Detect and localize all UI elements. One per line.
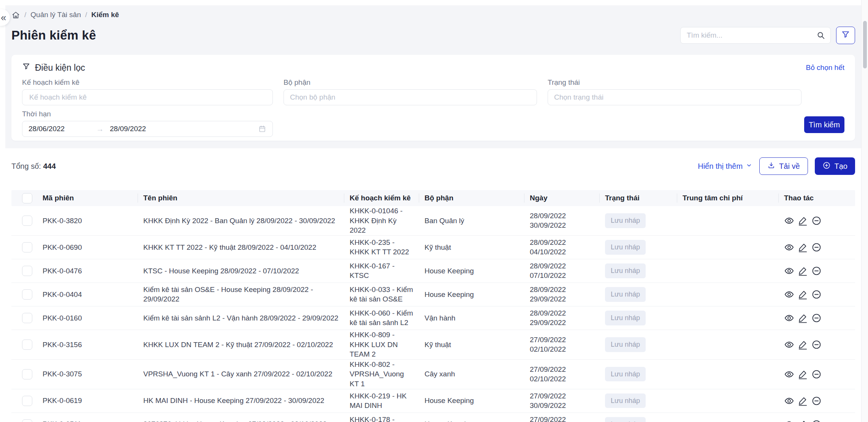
col-actions: Thao tác: [784, 190, 855, 206]
status-select[interactable]: Chọn trạng thái: [548, 89, 801, 105]
filter-toggle-button[interactable]: [836, 27, 855, 44]
view-icon[interactable]: [784, 369, 794, 379]
remove-icon[interactable]: [811, 242, 822, 252]
remove-icon[interactable]: [811, 369, 822, 379]
table-row: PKK-0-3820 KHKK Định Kỳ 2022 - Ban Quản …: [11, 206, 855, 236]
row-checkbox[interactable]: [22, 313, 32, 323]
global-search-box: [680, 27, 831, 44]
cell-actions: [784, 396, 855, 406]
cell-actions: [784, 289, 855, 300]
remove-icon[interactable]: [811, 340, 822, 350]
filter-field-status: Trạng thái Chọn trạng thái: [548, 78, 801, 105]
row-checkbox[interactable]: [22, 289, 32, 300]
view-icon[interactable]: [784, 340, 794, 350]
search-icon[interactable]: [816, 31, 825, 41]
remove-icon[interactable]: [811, 289, 822, 300]
plan-label: Kế hoạch kiểm kê: [22, 78, 273, 87]
row-checkbox[interactable]: [22, 216, 32, 226]
show-more-link[interactable]: Hiển thị thêm: [698, 162, 752, 171]
date-range-picker[interactable]: 28/06/2022 → 28/09/2022: [22, 121, 273, 137]
collapsed-sidebar: [0, 0, 5, 422]
cell-department: Kỹ thuật: [424, 243, 530, 252]
cell-session-name: HK MAI DINH - House Keeping 27/09/2022 -…: [143, 396, 350, 406]
remove-icon[interactable]: [811, 396, 822, 406]
filter-field-department: Bộ phận Chọn bộ phận: [284, 78, 537, 105]
department-label: Bộ phận: [284, 78, 537, 87]
edit-icon[interactable]: [798, 313, 808, 323]
remove-icon[interactable]: [811, 419, 822, 422]
page: « / Quản lý Tài sản / Kiểm kê Phiên kiểm…: [0, 0, 868, 422]
scrollbar-thumb[interactable]: [863, 21, 867, 68]
remove-icon[interactable]: [811, 313, 822, 323]
funnel-icon: [841, 30, 850, 41]
cell-date: 27/09/2022 02/10/2022: [530, 365, 605, 384]
cell-department: Kỹ thuật: [424, 340, 530, 350]
edit-icon[interactable]: [798, 266, 808, 276]
view-icon[interactable]: [784, 289, 794, 300]
filter-panel-title: Điều kiện lọc: [22, 62, 85, 73]
row-checkbox[interactable]: [22, 396, 32, 406]
filter-search-button[interactable]: Tìm kiếm: [804, 116, 844, 133]
view-icon[interactable]: [784, 242, 794, 252]
table-body: PKK-0-3820 KHKK Định Kỳ 2022 - Ban Quản …: [11, 206, 855, 422]
cell-session-name: 3676876_khkk - House Keeping 27/09/2022 …: [143, 419, 350, 422]
department-select[interactable]: Chọn bộ phận: [284, 89, 537, 105]
row-checkbox[interactable]: [22, 242, 32, 252]
remove-icon[interactable]: [811, 266, 822, 276]
edit-icon[interactable]: [798, 289, 808, 300]
col-status: Trạng thái: [605, 190, 683, 206]
total-count-value: 444: [43, 162, 55, 170]
clear-all-link[interactable]: Bỏ chọn hết: [806, 63, 844, 72]
search-input[interactable]: [680, 27, 831, 44]
home-icon[interactable]: [11, 11, 20, 19]
remove-icon[interactable]: [811, 216, 822, 226]
download-button[interactable]: Tải về: [759, 157, 808, 175]
vertical-scrollbar[interactable]: [861, 0, 868, 422]
breadcrumb-separator: /: [85, 11, 87, 19]
row-checkbox[interactable]: [22, 340, 32, 350]
page-title: Phiên kiểm kê: [11, 28, 96, 43]
edit-icon[interactable]: [798, 419, 808, 422]
sessions-table: Mã phiên Tên phiên Kế hoạch kiểm kê Bộ p…: [11, 190, 855, 422]
period-label: Thời hạn: [22, 110, 273, 118]
cell-department: Vận hành: [424, 313, 530, 323]
cell-actions: [784, 216, 855, 226]
date-to-value[interactable]: 28/09/2022: [110, 125, 146, 133]
table-row: PKK-0-3156 KHKK LUX DN TEAM 2 - Kỹ thuật…: [11, 330, 855, 360]
date-from-value[interactable]: 28/06/2022: [29, 125, 96, 133]
breadcrumb-item-asset-management[interactable]: Quản lý Tài sản: [30, 11, 81, 19]
main-content: / Quản lý Tài sản / Kiểm kê Phiên kiểm k…: [5, 5, 861, 422]
row-checkbox[interactable]: [22, 419, 32, 422]
edit-icon[interactable]: [798, 216, 808, 226]
view-icon[interactable]: [784, 396, 794, 406]
edit-icon[interactable]: [798, 242, 808, 252]
row-checkbox[interactable]: [22, 369, 32, 379]
view-icon[interactable]: [784, 266, 794, 276]
create-button[interactable]: Tạo: [815, 157, 855, 175]
table-row: PKK-0-0476 KTSC - House Keeping 28/09/20…: [11, 259, 855, 283]
cell-department: Cây xanh: [424, 369, 530, 379]
edit-icon[interactable]: [798, 369, 808, 379]
plan-input[interactable]: [29, 93, 266, 102]
edit-icon[interactable]: [798, 396, 808, 406]
view-icon[interactable]: [784, 419, 794, 422]
view-icon[interactable]: [784, 216, 794, 226]
cell-plan: KHKK-0-033 - Kiểm kê tài sản OS&E: [350, 285, 424, 304]
view-icon[interactable]: [784, 313, 794, 323]
cell-plan: KHKK-0-178 - 3676876_khkk: [350, 415, 424, 422]
edit-icon[interactable]: [798, 340, 808, 350]
status-badge: Lưu nháp: [605, 287, 646, 301]
row-checkbox[interactable]: [22, 266, 32, 276]
table-row: PKK-0-0619 HK MAI DINH - House Keeping 2…: [11, 389, 855, 413]
select-all-checkbox[interactable]: [22, 193, 32, 203]
filter-field-plan: Kế hoạch kiểm kê: [22, 78, 273, 105]
cell-status: Lưu nháp: [605, 263, 683, 278]
cell-session-code: PKK-0-0404: [43, 290, 143, 300]
col-session-name: Tên phiên: [143, 190, 350, 206]
total-count: Tổng số: 444: [11, 162, 56, 171]
results-section: Tổng số: 444 Hiển thị thêm: [5, 148, 861, 422]
status-badge: Lưu nháp: [605, 393, 646, 408]
cell-plan: KHKK-0-235 - KHKK KT TT 2022: [350, 238, 424, 257]
funnel-icon: [22, 62, 30, 73]
cell-date: 27/09/2022 02/10/2022: [530, 335, 605, 354]
